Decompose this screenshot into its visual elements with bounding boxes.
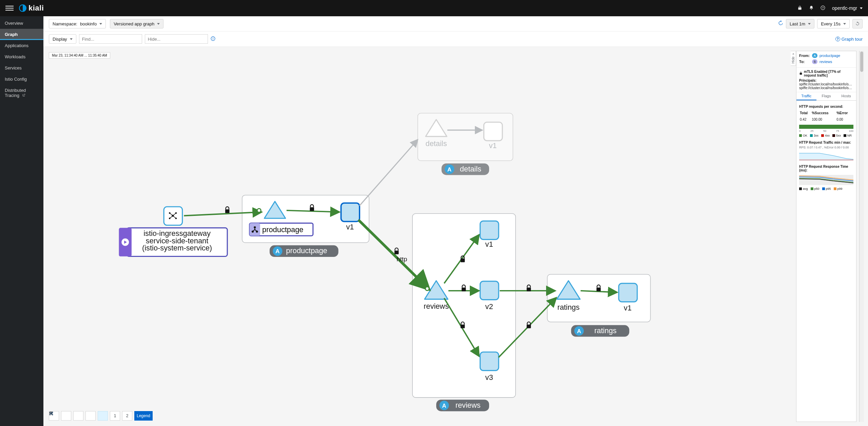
layout-2-button[interactable]: 2	[122, 411, 132, 421]
svg-rect-4	[213, 38, 213, 39]
question-circle-icon: ?	[835, 37, 840, 41]
layout-default-button[interactable]	[98, 411, 108, 421]
time-range-dropdown[interactable]: Last 1m	[786, 19, 814, 28]
help-icon[interactable]: ?	[821, 5, 825, 11]
svg-text:productpage: productpage	[286, 246, 327, 255]
node-reviews-v1[interactable]	[480, 221, 499, 240]
svg-rect-40	[484, 122, 502, 141]
refresh-button[interactable]	[852, 19, 863, 28]
graph-toolbar-secondary: Display ? Graph tour	[43, 32, 868, 47]
group-details[interactable]: details v1 A details	[418, 113, 513, 175]
sidebar-item-istio-config[interactable]: Istio Config	[0, 74, 43, 85]
find-input[interactable]	[79, 34, 142, 44]
svg-text:reviews: reviews	[456, 401, 481, 409]
chevron-down-icon	[843, 23, 846, 25]
minmax-chart	[799, 150, 853, 161]
masthead-lock-icon[interactable]	[797, 5, 802, 11]
scrollbar-vertical[interactable]	[859, 51, 864, 422]
refresh-interval-dropdown[interactable]: Every 15s	[817, 19, 850, 28]
hide-input[interactable]	[145, 34, 208, 44]
edge-details-panel: From: A productpage To: S reviews	[796, 51, 856, 422]
brand-name: kiali	[28, 4, 44, 13]
zoom-in-button[interactable]	[61, 411, 71, 421]
svg-text:details: details	[460, 165, 481, 173]
graph-canvas[interactable]: Mar 23, 11:34:40 AM ... 11:35:40 AM	[47, 51, 788, 422]
svg-text:reviews: reviews	[424, 302, 449, 310]
kiali-logo-icon	[19, 4, 26, 12]
svg-text:http: http	[397, 256, 407, 263]
node-ratings-v1[interactable]	[619, 283, 637, 302]
sidebar-item-workloads[interactable]: Workloads	[0, 51, 43, 62]
user-menu[interactable]: opentlc-mgr	[832, 5, 863, 11]
svg-point-96	[51, 413, 51, 414]
graph-canvas-toolbar: 1 2 Legend	[49, 411, 153, 421]
nav-toggle-button[interactable]	[5, 4, 14, 12]
chevron-right-icon: »	[791, 53, 795, 55]
sidepanel-hide-toggle[interactable]: Hide »	[791, 51, 796, 66]
rt-legend: avg p50 p95 p99	[799, 187, 853, 190]
rps-distribution-chart	[799, 125, 853, 129]
sidebar-item-graph[interactable]: Graph	[0, 29, 43, 40]
tab-traffic[interactable]: Traffic	[796, 92, 816, 100]
principals-label: Principals:	[799, 79, 816, 82]
external-link-icon	[22, 94, 25, 98]
svg-text:v1: v1	[489, 141, 497, 150]
lock-icon	[799, 72, 803, 76]
node-ingress-gateway-label[interactable]: istio-ingressgateway service-side-tenant…	[119, 228, 228, 256]
svg-text:v1: v1	[485, 240, 493, 248]
svg-point-99	[50, 414, 50, 415]
chevron-down-icon	[70, 38, 73, 40]
rt-title: HTTP Request Response Time (ms):	[799, 165, 853, 172]
svg-text:A: A	[447, 166, 451, 173]
rt-chart	[799, 175, 853, 185]
sidebar-item-services[interactable]: Services	[0, 62, 43, 74]
graph-timestamp: Mar 23, 11:34:40 AM ... 11:35:40 AM	[49, 52, 110, 59]
node-reviews-v3[interactable]	[480, 352, 499, 371]
legend-button[interactable]: Legend	[134, 411, 153, 421]
node-productpage-v1[interactable]	[341, 203, 360, 222]
svg-point-100	[52, 414, 53, 415]
rps-code-legend: OK 3xx 4xx 5xx NR	[799, 134, 853, 137]
notifications-bell-icon[interactable]	[809, 5, 814, 11]
chevron-down-icon	[808, 23, 811, 25]
svg-text:details: details	[426, 139, 447, 148]
history-icon[interactable]	[778, 20, 783, 27]
from-link[interactable]: productpage	[819, 54, 840, 58]
main: Namespace: bookinfo Versioned app graph …	[43, 16, 868, 426]
fit-button[interactable]	[85, 411, 96, 421]
svg-text:A: A	[275, 248, 279, 255]
graph-toolbar-primary: Namespace: bookinfo Versioned app graph …	[43, 16, 868, 32]
user-name: opentlc-mgr	[832, 5, 857, 11]
minmax-title: HTTP Request Traffic min / max:	[799, 141, 853, 144]
group-reviews[interactable]: reviews v1 v2 v3 A reviews	[412, 214, 516, 411]
sidebar-item-applications[interactable]: Applications	[0, 40, 43, 51]
group-ratings[interactable]: ratings v1 A ratings	[547, 275, 651, 337]
minmax-subtitle: RPS: 0.07 / 0.47 , %Error 0.00 / 0.00	[799, 146, 853, 149]
namespace-dropdown[interactable]: Namespace: bookinfo	[49, 19, 106, 28]
rps-table: Total %Success %Error 0.42 100.00 0.00	[799, 110, 853, 123]
badge-app-icon: A	[812, 53, 817, 58]
badge-service-icon: S	[812, 59, 817, 64]
find-hide-help-icon[interactable]	[211, 36, 215, 42]
svg-text:v2: v2	[485, 302, 493, 311]
topbar: kiali ? opentlc-mgr	[0, 0, 868, 16]
to-link[interactable]: reviews	[819, 60, 832, 64]
sidebar-item-distributed-tracing[interactable]: Distributed Tracing	[0, 85, 43, 101]
sidebar-item-overview[interactable]: Overview	[0, 18, 43, 29]
node-ingress-gateway[interactable]	[164, 207, 182, 225]
layout-1-button[interactable]: 1	[110, 411, 120, 421]
tab-hosts[interactable]: Hosts	[836, 92, 856, 100]
graph-tour-link[interactable]: ? Graph tour	[835, 37, 863, 42]
svg-text:v1: v1	[624, 304, 632, 312]
tab-flags[interactable]: Flags	[816, 92, 836, 100]
zoom-out-button[interactable]	[73, 411, 83, 421]
display-dropdown[interactable]: Display	[49, 34, 76, 44]
group-productpage[interactable]: productpage v1 A productpage	[242, 195, 369, 257]
to-label: To:	[799, 60, 810, 64]
svg-point-97	[50, 412, 50, 413]
svg-text:productpage: productpage	[262, 225, 303, 234]
scrollbar-thumb[interactable]	[860, 52, 863, 72]
graph-type-dropdown[interactable]: Versioned app graph	[110, 19, 163, 28]
node-reviews-v2[interactable]	[480, 281, 499, 300]
mtls-text: mTLS Enabled [77% of request traffic]	[804, 70, 853, 77]
